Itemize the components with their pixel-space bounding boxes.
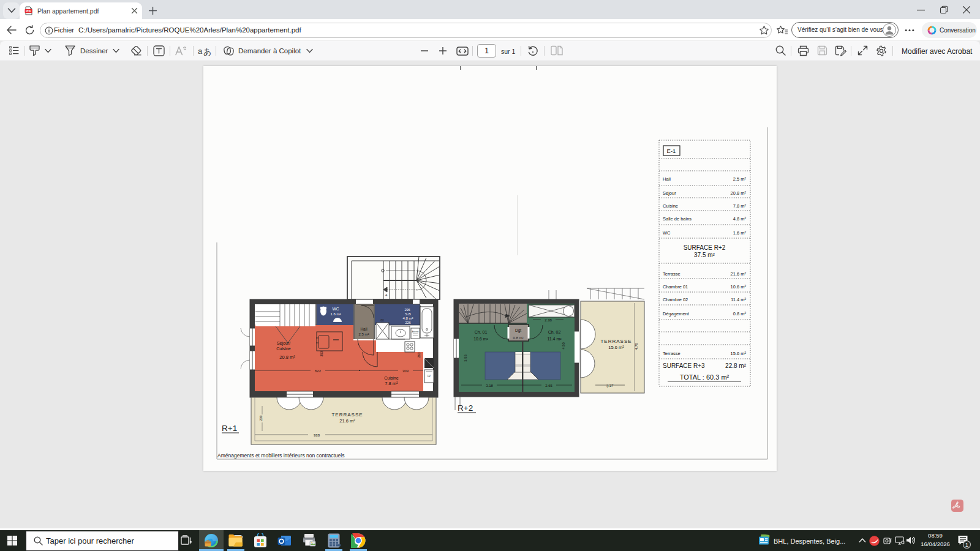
svg-text:TERRASSE: TERRASSE: [331, 412, 363, 418]
svg-text:4.70: 4.70: [635, 343, 638, 350]
svg-text:4.8 m²: 4.8 m²: [402, 317, 413, 320]
svg-text:22.8 m²: 22.8 m²: [725, 362, 747, 369]
svg-text:SURFACE R+3: SURFACE R+3: [663, 362, 705, 369]
svg-text:226: 226: [405, 321, 410, 324]
svg-text:1.6 m²: 1.6 m²: [733, 230, 747, 236]
svg-text:a: a: [198, 47, 203, 56]
svg-text:2.5 m²: 2.5 m²: [358, 332, 369, 336]
svg-text:3.27: 3.27: [606, 383, 614, 388]
svg-text:WC: WC: [663, 230, 671, 236]
svg-text:Cuisine: Cuisine: [663, 203, 678, 209]
svg-text:3.53: 3.53: [464, 354, 467, 362]
svg-text:E-1: E-1: [667, 148, 676, 154]
svg-text:WC: WC: [333, 307, 339, 311]
svg-text:Dgt: Dgt: [515, 328, 521, 333]
svg-text:15.6 m²: 15.6 m²: [608, 345, 624, 350]
svg-text:7.8 m²: 7.8 m²: [733, 203, 747, 209]
svg-text:11.4 m²: 11.4 m²: [731, 297, 746, 302]
svg-text:R+2: R+2: [458, 403, 473, 413]
svg-text:PDF: PDF: [26, 10, 31, 13]
svg-text:11.4 m²: 11.4 m²: [547, 337, 562, 341]
svg-text:Séjour: Séjour: [663, 190, 676, 196]
svg-text:S.B: S.B: [405, 312, 411, 316]
svg-text:2.38: 2.38: [545, 318, 552, 322]
svg-text:296: 296: [404, 308, 410, 312]
svg-text:Cuisine: Cuisine: [276, 347, 290, 351]
svg-text:20.8 m²: 20.8 m²: [279, 354, 295, 360]
svg-text:0.8 m²: 0.8 m²: [513, 336, 523, 340]
svg-text:SURFACE R+2: SURFACE R+2: [684, 244, 726, 251]
svg-text:2.5 m²: 2.5 m²: [733, 176, 747, 182]
svg-text:Dégagement: Dégagement: [663, 311, 690, 317]
svg-text:15.6 m²: 15.6 m²: [731, 351, 747, 356]
svg-text:Ch. 01: Ch. 01: [475, 330, 488, 334]
svg-text:37.5 m²: 37.5 m²: [694, 252, 715, 258]
svg-text:10.6 m²: 10.6 m²: [473, 337, 488, 341]
svg-text:R+1: R+1: [222, 424, 237, 433]
svg-text:10.6 m²: 10.6 m²: [731, 284, 747, 290]
svg-text:Ch. 02: Ch. 02: [548, 330, 561, 334]
svg-text:Séjour/: Séjour/: [277, 341, 290, 346]
svg-text:21.6 m²: 21.6 m²: [731, 271, 747, 277]
svg-text:938: 938: [314, 433, 320, 437]
svg-text:21.6 m²: 21.6 m²: [339, 418, 355, 424]
svg-text:303: 303: [402, 369, 409, 373]
svg-text:Cuisine: Cuisine: [384, 376, 398, 380]
svg-text:20.8 m²: 20.8 m²: [731, 190, 747, 196]
svg-text:Terrasse: Terrasse: [663, 351, 680, 356]
svg-text:Chambre 02: Chambre 02: [663, 297, 688, 302]
svg-text:あ: あ: [203, 47, 211, 56]
svg-text:Salle de bains: Salle de bains: [663, 216, 692, 222]
svg-text:230: 230: [259, 415, 263, 421]
svg-text:7.8 m²: 7.8 m²: [385, 381, 398, 386]
svg-text:Aménagements et mobiliers inté: Aménagements et mobiliers intérieurs non…: [217, 452, 344, 459]
svg-text:0.8 m²: 0.8 m²: [733, 311, 747, 317]
svg-text:Terrasse: Terrasse: [663, 271, 680, 277]
svg-text:Hall: Hall: [360, 327, 368, 331]
svg-text:2.65: 2.65: [545, 384, 552, 388]
svg-text:263: 263: [417, 352, 421, 358]
svg-text:353: 353: [320, 351, 323, 356]
svg-text:3.18: 3.18: [486, 384, 493, 388]
svg-text:LV: LV: [428, 375, 431, 378]
svg-text:Hall: Hall: [663, 176, 671, 182]
svg-text:Attente: Attente: [412, 331, 418, 333]
svg-text:Chambre 01: Chambre 01: [663, 284, 688, 290]
svg-text:TOTAL : 60.3 m²: TOTAL : 60.3 m²: [680, 373, 729, 381]
svg-text:4.50: 4.50: [562, 342, 565, 350]
svg-text:1.6 m²: 1.6 m²: [330, 312, 341, 316]
svg-text:60: 60: [380, 318, 384, 322]
svg-text:1: 1: [965, 541, 968, 548]
svg-text:4.8 m²: 4.8 m²: [733, 216, 747, 222]
svg-text:622: 622: [315, 369, 322, 373]
svg-text:TERRASSE: TERRASSE: [600, 339, 631, 344]
